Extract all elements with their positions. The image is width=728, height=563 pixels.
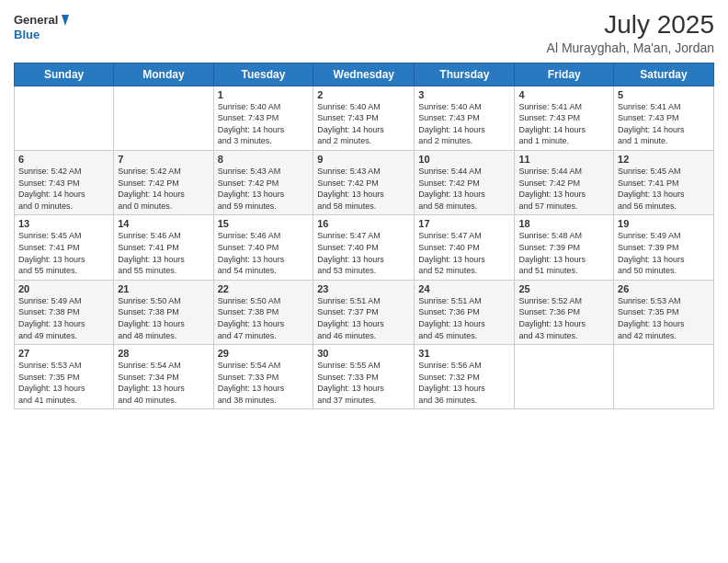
day-number: 24 [418,283,510,294]
calendar-cell: 8Sunrise: 5:43 AM Sunset: 7:42 PM Daylig… [213,150,313,214]
day-number: 13 [18,218,109,229]
day-detail: Sunrise: 5:40 AM Sunset: 7:43 PM Dayligh… [317,101,410,147]
day-number: 15 [218,218,310,229]
day-number: 7 [118,154,209,165]
day-detail: Sunrise: 5:41 AM Sunset: 7:43 PM Dayligh… [618,101,710,147]
calendar-cell: 1Sunrise: 5:40 AM Sunset: 7:43 PM Daylig… [213,86,313,150]
day-number: 9 [317,154,410,165]
calendar-cell: 3Sunrise: 5:40 AM Sunset: 7:43 PM Daylig… [415,86,515,150]
svg-text:General: General [14,13,58,27]
day-detail: Sunrise: 5:41 AM Sunset: 7:43 PM Dayligh… [518,101,609,147]
day-detail: Sunrise: 5:49 AM Sunset: 7:38 PM Dayligh… [18,295,109,341]
calendar-cell: 20Sunrise: 5:49 AM Sunset: 7:38 PM Dayli… [15,280,114,344]
day-detail: Sunrise: 5:52 AM Sunset: 7:36 PM Dayligh… [518,295,609,341]
page: General Blue July 2025 Al Murayghah, Ma'… [0,0,728,563]
day-number: 16 [317,218,410,229]
calendar-cell: 2Sunrise: 5:40 AM Sunset: 7:43 PM Daylig… [313,86,415,150]
day-detail: Sunrise: 5:48 AM Sunset: 7:39 PM Dayligh… [518,230,609,276]
calendar-cell: 4Sunrise: 5:41 AM Sunset: 7:43 PM Daylig… [515,86,614,150]
main-title: July 2025 [547,9,714,40]
svg-marker-2 [62,15,69,26]
day-detail: Sunrise: 5:45 AM Sunset: 7:41 PM Dayligh… [618,166,710,212]
weekday-header: Thursday [415,63,515,86]
calendar-cell: 5Sunrise: 5:41 AM Sunset: 7:43 PM Daylig… [614,86,714,150]
calendar-cell: 28Sunrise: 5:54 AM Sunset: 7:34 PM Dayli… [114,345,213,409]
calendar-cell: 24Sunrise: 5:51 AM Sunset: 7:36 PM Dayli… [415,280,515,344]
calendar-cell: 29Sunrise: 5:54 AM Sunset: 7:33 PM Dayli… [213,345,313,409]
calendar-cell: 25Sunrise: 5:52 AM Sunset: 7:36 PM Dayli… [515,280,614,344]
weekday-header: Saturday [614,63,714,86]
day-number: 20 [18,283,109,294]
day-number: 19 [618,218,710,229]
day-number: 30 [317,348,410,359]
calendar-cell: 21Sunrise: 5:50 AM Sunset: 7:38 PM Dayli… [114,280,213,344]
day-detail: Sunrise: 5:45 AM Sunset: 7:41 PM Dayligh… [18,230,109,276]
calendar-cell [114,86,213,150]
day-detail: Sunrise: 5:47 AM Sunset: 7:40 PM Dayligh… [418,230,510,276]
calendar-cell: 9Sunrise: 5:43 AM Sunset: 7:42 PM Daylig… [313,150,415,214]
calendar-cell [614,345,714,409]
day-detail: Sunrise: 5:42 AM Sunset: 7:42 PM Dayligh… [118,166,209,212]
calendar-table: SundayMondayTuesdayWednesdayThursdayFrid… [14,63,714,410]
day-detail: Sunrise: 5:49 AM Sunset: 7:39 PM Dayligh… [618,230,710,276]
day-number: 23 [317,283,410,294]
calendar-cell: 17Sunrise: 5:47 AM Sunset: 7:40 PM Dayli… [415,215,515,280]
day-number: 12 [618,154,710,165]
calendar-cell: 12Sunrise: 5:45 AM Sunset: 7:41 PM Dayli… [614,150,714,214]
calendar-week-row: 27Sunrise: 5:53 AM Sunset: 7:35 PM Dayli… [15,345,714,409]
day-number: 4 [518,89,609,100]
day-detail: Sunrise: 5:50 AM Sunset: 7:38 PM Dayligh… [218,295,310,341]
calendar-week-row: 6Sunrise: 5:42 AM Sunset: 7:43 PM Daylig… [15,150,714,214]
day-number: 8 [218,154,310,165]
calendar-cell: 18Sunrise: 5:48 AM Sunset: 7:39 PM Dayli… [515,215,614,280]
day-number: 27 [18,348,109,359]
calendar-week-row: 20Sunrise: 5:49 AM Sunset: 7:38 PM Dayli… [15,280,714,344]
day-number: 2 [317,89,410,100]
day-number: 22 [218,283,310,294]
day-detail: Sunrise: 5:53 AM Sunset: 7:35 PM Dayligh… [618,295,710,341]
day-detail: Sunrise: 5:44 AM Sunset: 7:42 PM Dayligh… [518,166,609,212]
calendar-cell: 13Sunrise: 5:45 AM Sunset: 7:41 PM Dayli… [15,215,114,280]
calendar-cell: 11Sunrise: 5:44 AM Sunset: 7:42 PM Dayli… [515,150,614,214]
calendar-cell: 16Sunrise: 5:47 AM Sunset: 7:40 PM Dayli… [313,215,415,280]
day-number: 17 [418,218,510,229]
day-detail: Sunrise: 5:47 AM Sunset: 7:40 PM Dayligh… [317,230,410,276]
weekday-header: Monday [114,63,213,86]
weekday-header: Friday [515,63,614,86]
svg-text:Blue: Blue [14,28,40,41]
day-number: 1 [218,89,310,100]
day-detail: Sunrise: 5:54 AM Sunset: 7:34 PM Dayligh… [118,360,209,406]
day-number: 18 [518,218,609,229]
calendar-cell: 22Sunrise: 5:50 AM Sunset: 7:38 PM Dayli… [213,280,313,344]
day-number: 29 [218,348,310,359]
calendar-week-row: 13Sunrise: 5:45 AM Sunset: 7:41 PM Dayli… [15,215,714,280]
day-number: 3 [418,89,510,100]
weekday-header: Sunday [15,63,114,86]
title-block: July 2025 Al Murayghah, Ma'an, Jordan [547,9,714,55]
day-detail: Sunrise: 5:51 AM Sunset: 7:37 PM Dayligh… [317,295,410,341]
day-detail: Sunrise: 5:56 AM Sunset: 7:32 PM Dayligh… [418,360,510,406]
calendar-cell: 26Sunrise: 5:53 AM Sunset: 7:35 PM Dayli… [614,280,714,344]
day-detail: Sunrise: 5:51 AM Sunset: 7:36 PM Dayligh… [418,295,510,341]
day-detail: Sunrise: 5:40 AM Sunset: 7:43 PM Dayligh… [418,101,510,147]
calendar-cell: 27Sunrise: 5:53 AM Sunset: 7:35 PM Dayli… [15,345,114,409]
calendar-cell: 14Sunrise: 5:46 AM Sunset: 7:41 PM Dayli… [114,215,213,280]
day-number: 14 [118,218,209,229]
calendar-cell [515,345,614,409]
calendar-header-row: SundayMondayTuesdayWednesdayThursdayFrid… [15,63,714,86]
day-number: 25 [518,283,609,294]
header: General Blue July 2025 Al Murayghah, Ma'… [14,9,714,55]
calendar-cell: 19Sunrise: 5:49 AM Sunset: 7:39 PM Dayli… [614,215,714,280]
day-detail: Sunrise: 5:50 AM Sunset: 7:38 PM Dayligh… [118,295,209,341]
day-detail: Sunrise: 5:44 AM Sunset: 7:42 PM Dayligh… [418,166,510,212]
day-detail: Sunrise: 5:46 AM Sunset: 7:41 PM Dayligh… [118,230,209,276]
calendar-cell: 7Sunrise: 5:42 AM Sunset: 7:42 PM Daylig… [114,150,213,214]
day-detail: Sunrise: 5:55 AM Sunset: 7:33 PM Dayligh… [317,360,410,406]
day-number: 28 [118,348,209,359]
calendar-cell: 10Sunrise: 5:44 AM Sunset: 7:42 PM Dayli… [415,150,515,214]
day-number: 31 [418,348,510,359]
day-number: 26 [618,283,710,294]
calendar-cell: 15Sunrise: 5:46 AM Sunset: 7:40 PM Dayli… [213,215,313,280]
day-detail: Sunrise: 5:42 AM Sunset: 7:43 PM Dayligh… [18,166,109,212]
day-number: 21 [118,283,209,294]
